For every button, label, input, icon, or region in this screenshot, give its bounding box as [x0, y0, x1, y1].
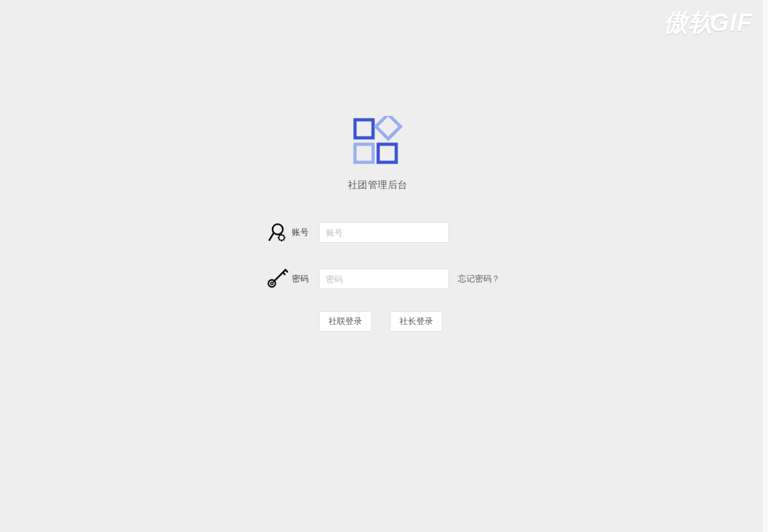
svg-rect-0 — [355, 120, 373, 138]
svg-line-5 — [269, 233, 274, 240]
account-row: 账号 — [133, 221, 635, 244]
password-label: 密码 — [292, 273, 319, 285]
svg-point-6 — [279, 235, 284, 240]
app-logo-icon — [352, 116, 403, 166]
forgot-password-link[interactable]: 忘记密码？ — [458, 273, 500, 285]
svg-point-19 — [271, 282, 273, 285]
watermark-en: GIF — [710, 9, 753, 36]
svg-point-18 — [269, 280, 276, 287]
svg-rect-1 — [376, 116, 400, 139]
scrollbar-track — [763, 0, 768, 532]
login-container: 社团管理后台 — [133, 116, 635, 332]
svg-rect-2 — [355, 144, 373, 162]
account-label: 账号 — [292, 227, 319, 238]
svg-line-15 — [274, 270, 285, 281]
svg-line-13 — [279, 240, 280, 240]
logo-block: 社团管理后台 — [133, 116, 635, 191]
svg-line-14 — [283, 240, 284, 240]
svg-rect-3 — [378, 144, 396, 162]
union-login-button[interactable]: 社联登录 — [319, 311, 372, 332]
buttons-row: 社联登录 社长登录 — [133, 311, 635, 332]
app-title: 社团管理后台 — [133, 179, 622, 191]
button-group: 社联登录 社长登录 — [319, 311, 443, 332]
svg-line-12 — [283, 235, 284, 236]
password-row: 密码 忘记密码？ — [133, 267, 635, 290]
watermark: 傲软GIF — [664, 6, 753, 39]
president-login-button[interactable]: 社长登录 — [390, 311, 443, 332]
svg-line-17 — [283, 272, 285, 274]
user-gear-icon — [266, 221, 289, 244]
login-form: 账号 密码 — [133, 221, 635, 332]
key-icon — [266, 267, 289, 290]
svg-line-16 — [285, 270, 287, 272]
password-input[interactable] — [319, 269, 449, 289]
svg-line-11 — [279, 235, 280, 236]
account-input[interactable] — [319, 222, 449, 243]
watermark-cn: 傲软 — [664, 9, 713, 36]
